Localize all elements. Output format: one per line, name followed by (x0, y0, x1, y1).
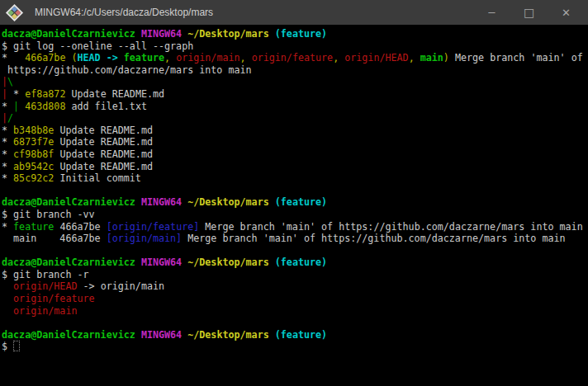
terminal-line: | * ef8a872 Update README.md (2, 88, 588, 101)
terminal-text-span: * (2, 52, 25, 64)
terminal-text-span: ~/Desktop/mars (187, 329, 269, 341)
terminal-text-span: dacza@DanielCzarnievicz (2, 257, 135, 268)
terminal-text-span: , (409, 52, 420, 64)
terminal-text-span: dacza@DanielCzarnievicz (2, 329, 135, 341)
terminal-text-span: origin/main (176, 52, 239, 64)
terminal-line: main 466a7be [origin/main] Merge branch … (2, 233, 588, 245)
terminal-line (2, 245, 588, 257)
terminal-text-span: MINGW64 (141, 257, 182, 268)
terminal-text-span: ) (443, 52, 449, 64)
terminal-text-span: Initial commit (54, 172, 141, 184)
terminal-text-span (135, 28, 141, 40)
terminal-text-span: | (2, 76, 7, 87)
terminal-line: * ab9542c Update README.md (2, 161, 588, 173)
terminal-text-span: MINGW64 (141, 28, 182, 40)
terminal-text-span: feature (124, 52, 164, 64)
terminal-cursor (13, 341, 20, 351)
terminal-text-span: dacza@DanielCzarnievicz (2, 196, 135, 208)
terminal-text-span: (feature) (275, 196, 327, 208)
terminal-text-span: 85c92c2 (13, 172, 54, 184)
terminal-text-span (135, 329, 141, 341)
terminal-text-span: (feature) (275, 28, 327, 40)
app-icon-wrap (0, 7, 28, 19)
terminal-text-span: | (2, 112, 7, 124)
minimize-button[interactable]: ─ (473, 0, 510, 25)
terminal-text-span: origin/HEAD (13, 280, 77, 292)
maximize-button[interactable]: □ (510, 0, 548, 25)
terminal-text-span: dacza@DanielCzarnievicz (2, 28, 135, 40)
window-controls: ─ □ ✕ (473, 0, 585, 25)
terminal-text-span: -> origin/main (77, 280, 164, 292)
terminal-text-span: Merge branch 'main' of (449, 52, 583, 64)
terminal-text-span: 466a7be ( (25, 52, 77, 64)
terminal-text-span: ~/Desktop/mars (187, 257, 269, 268)
terminal-text-span: Update README.md (54, 148, 153, 160)
terminal-text-span: | (2, 88, 7, 100)
terminal-text-span: * (2, 161, 13, 172)
terminal-text-span: origin/HEAD (344, 52, 408, 64)
terminal-line: $ (2, 341, 588, 353)
terminal-text-span: Update README.md (54, 161, 153, 172)
terminal-text-span: feature (13, 221, 54, 233)
terminal-line: origin/feature (2, 293, 588, 305)
terminal-text-span: ~/Desktop/mars (187, 28, 269, 40)
terminal-line: $ git branch -vv (2, 209, 588, 221)
terminal-text-span (135, 196, 141, 208)
terminal-text-span: / (7, 112, 13, 124)
terminal-text-span: (feature) (275, 329, 327, 341)
terminal-screen[interactable]: dacza@DanielCzarnievicz MINGW64 ~/Deskto… (0, 25, 588, 386)
terminal-text-span: $ git log --oneline --all --graph (2, 40, 193, 52)
terminal-text-span: origin/feature (252, 52, 334, 64)
terminal-text-span: Merge branch 'main' of https://github.co… (182, 233, 565, 244)
terminal-line: * cf98b8f Update README.md (2, 148, 588, 161)
terminal-line: origin/HEAD -> origin/main (2, 280, 588, 293)
terminal-text-span: * (2, 101, 13, 112)
terminal-line: |\ (2, 76, 588, 88)
terminal-text-span: main 466a7be (2, 233, 107, 244)
terminal-line: origin/main (2, 305, 588, 318)
terminal-text-span: * (2, 125, 13, 136)
terminal-line: $ git log --oneline --all --graph (2, 40, 588, 53)
terminal-text-span: cf98b8f (13, 148, 54, 160)
terminal-text-span: HEAD -> (78, 52, 124, 64)
terminal-text-span (2, 280, 13, 292)
terminal-line (2, 317, 588, 329)
terminal-line: * | 463d808 add file1.txt (2, 101, 588, 113)
terminal-text-span: * (2, 172, 13, 184)
terminal-prompt-line: dacza@DanielCzarnievicz MINGW64 ~/Deskto… (2, 257, 588, 269)
terminal-text-span: add file1.txt (65, 101, 147, 112)
window-title: MINGW64:/c/Users/dacza/Desktop/mars (35, 7, 473, 18)
terminal-line: * 85c92c2 Initial commit (2, 172, 588, 185)
terminal-prompt-line: dacza@DanielCzarnievicz MINGW64 ~/Deskto… (2, 329, 588, 341)
terminal-text-span: Update README.md (54, 125, 153, 136)
title-bar: MINGW64:/c/Users/dacza/Desktop/mars ─ □ … (0, 0, 588, 25)
terminal-text-span: MINGW64 (141, 329, 182, 341)
terminal-line: * b348b8e Update README.md (2, 125, 588, 137)
terminal-text-span: $ git branch -vv (2, 209, 95, 220)
terminal-line (2, 185, 588, 197)
terminal-text-span: * (7, 88, 25, 100)
terminal-line: * feature 466a7be [origin/feature] Merge… (2, 221, 588, 233)
terminal-text-span: Merge branch 'main' of https://github.co… (199, 221, 582, 233)
terminal-line: * 6873f7e Update README.md (2, 136, 588, 148)
terminal-prompt-line: dacza@DanielCzarnievicz MINGW64 ~/Deskto… (2, 196, 588, 209)
git-mintty-icon (5, 3, 22, 21)
terminal-line: * 466a7be (HEAD -> feature, origin/main,… (2, 52, 588, 64)
terminal-text-span: [origin/feature] (107, 221, 200, 233)
terminal-text-span: Update README.md (54, 136, 153, 148)
terminal-text-span: (feature) (275, 257, 327, 268)
terminal-text-span: * (2, 136, 13, 148)
terminal-text-span: * (2, 148, 13, 160)
terminal-text-span: * (2, 221, 13, 233)
close-button[interactable]: ✕ (548, 0, 585, 25)
terminal-text-span: , (333, 52, 344, 64)
terminal-text-span: 463d808 (25, 101, 65, 112)
terminal-line: |/ (2, 112, 588, 125)
terminal-text-span (135, 257, 141, 268)
terminal-text-span: $ (2, 341, 13, 352)
terminal-text-span: origin/main (2, 305, 77, 317)
terminal-line: $ git branch -r (2, 269, 588, 281)
terminal-text-span: \ (7, 76, 13, 87)
terminal-text-span: main (420, 52, 443, 64)
terminal-text-span: ef8a872 (25, 88, 65, 100)
